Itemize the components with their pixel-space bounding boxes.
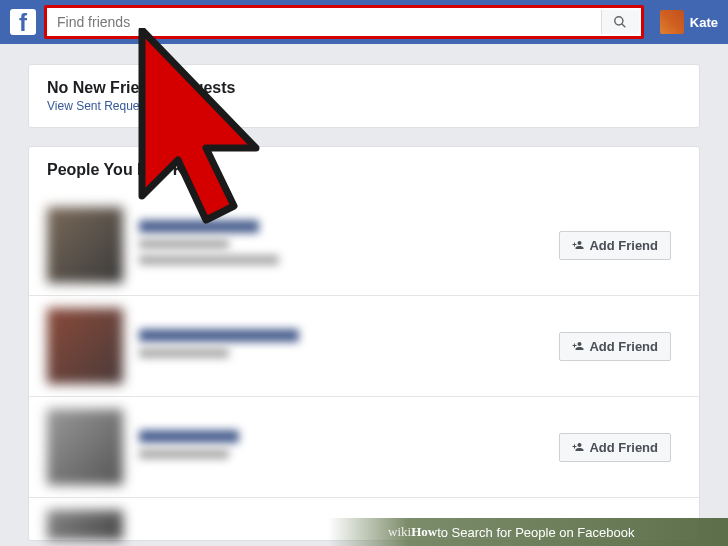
- add-friend-icon: [572, 239, 584, 251]
- search-icon: [613, 15, 627, 29]
- person-photo[interactable]: [47, 207, 123, 283]
- add-friend-button[interactable]: Add Friend: [559, 332, 671, 361]
- watermark-wiki: wiki: [388, 524, 411, 540]
- watermark-text: to Search for People on Facebook: [437, 525, 634, 540]
- search-button[interactable]: [601, 10, 639, 34]
- watermark-how: How: [411, 524, 437, 540]
- search-highlight-box: [44, 5, 644, 39]
- person-info: [139, 430, 559, 465]
- add-friend-button[interactable]: Add Friend: [559, 433, 671, 462]
- svg-line-1: [622, 24, 626, 28]
- person-photo[interactable]: [47, 409, 123, 485]
- facebook-logo-icon[interactable]: f: [10, 9, 36, 35]
- add-friend-icon: [572, 340, 584, 352]
- person-photo[interactable]: [47, 510, 123, 540]
- person-photo[interactable]: [47, 308, 123, 384]
- main-content: No New Friend Requests View Sent Request…: [0, 44, 728, 546]
- add-friend-icon: [572, 441, 584, 453]
- friend-requests-card: No New Friend Requests View Sent Request…: [28, 64, 700, 128]
- user-name: Kate: [690, 15, 718, 30]
- avatar: [660, 10, 684, 34]
- person-info: [139, 329, 559, 364]
- view-sent-requests-link[interactable]: View Sent Requests: [47, 99, 681, 113]
- top-nav-bar: f Kate: [0, 0, 728, 44]
- svg-point-0: [615, 17, 623, 25]
- pymk-row: Add Friend: [47, 195, 681, 295]
- add-friend-button[interactable]: Add Friend: [559, 231, 671, 260]
- search-input[interactable]: [47, 8, 641, 36]
- add-friend-label: Add Friend: [589, 339, 658, 354]
- pymk-title: People You May Know: [47, 161, 681, 179]
- pymk-row: Add Friend: [47, 397, 681, 497]
- wikihow-watermark: wikiHow to Search for People on Facebook: [328, 518, 728, 546]
- add-friend-label: Add Friend: [589, 238, 658, 253]
- friend-requests-title: No New Friend Requests: [47, 79, 681, 97]
- person-info: [139, 220, 559, 271]
- add-friend-label: Add Friend: [589, 440, 658, 455]
- user-profile-link[interactable]: Kate: [660, 10, 718, 34]
- pymk-card: People You May Know Add Friend Add F: [28, 146, 700, 541]
- pymk-row: Add Friend: [47, 296, 681, 396]
